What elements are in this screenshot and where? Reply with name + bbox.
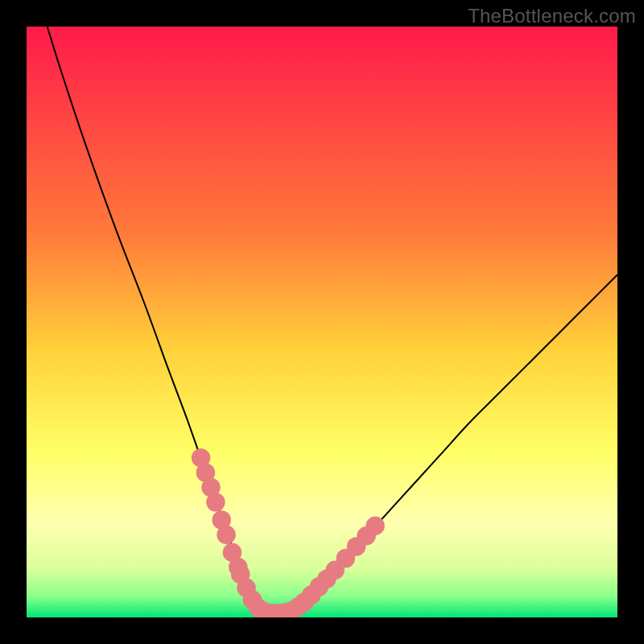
data-marker — [217, 525, 235, 543]
chart-svg — [27, 27, 617, 617]
data-marker — [365, 516, 384, 535]
plot-area — [27, 27, 617, 617]
plot-background — [27, 27, 617, 617]
watermark-text: TheBottleneck.com — [468, 5, 636, 27]
data-marker — [206, 493, 225, 511]
chart-frame: TheBottleneck.com — [0, 0, 644, 644]
